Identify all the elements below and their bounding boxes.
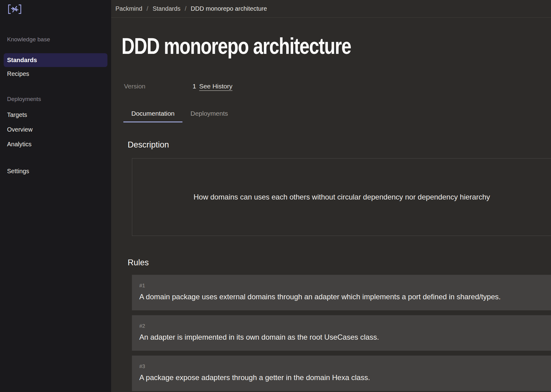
tab-bar: Documentation Deployments	[123, 105, 551, 122]
tab-label: Documentation	[131, 110, 174, 117]
breadcrumb-separator: /	[185, 5, 187, 12]
rule-number: #1	[139, 283, 544, 289]
tab-documentation[interactable]: Documentation	[123, 105, 182, 122]
sidebar-item-recipes[interactable]: Recipes	[4, 67, 107, 81]
tab-deployments[interactable]: Deployments	[182, 105, 236, 122]
breadcrumb-separator: /	[147, 5, 148, 12]
version-row: Version 1 See History	[124, 83, 551, 90]
sidebar-item-label: Recipes	[7, 70, 29, 77]
left-arrow	[15, 9, 18, 11]
breadcrumb-item-packmind[interactable]: Packmind	[115, 5, 142, 12]
sidebar-item-label: Standards	[7, 57, 37, 64]
tab-label: Deployments	[190, 110, 228, 117]
description-text: How domains can uses each others without…	[193, 193, 490, 201]
rule-text: An adapter is implemented in its own dom…	[139, 333, 544, 342]
sidebar-item-targets[interactable]: Targets	[4, 107, 107, 122]
breadcrumb-item-standards[interactable]: Standards	[152, 5, 180, 12]
sidebar: Knowledge base Standards Recipes Deploym…	[0, 0, 111, 392]
sidebar-item-label: Overview	[7, 126, 32, 133]
topbar: Packmind / Standards / DDD monorepo arch…	[111, 0, 551, 18]
rule-card[interactable]: #3 A package expose adapters through a g…	[132, 356, 551, 391]
rule-number: #3	[139, 364, 544, 370]
packmind-brackets-arrows-icon	[7, 10, 23, 15]
sidebar-item-label: Targets	[7, 111, 27, 118]
main-panel: Packmind / Standards / DDD monorepo arch…	[111, 0, 551, 392]
breadcrumb: Packmind / Standards / DDD monorepo arch…	[115, 5, 267, 12]
sidebar-nav: Knowledge base Standards Recipes Deploym…	[4, 36, 107, 178]
sidebar-section-knowledge-base: Knowledge base	[4, 36, 107, 43]
sidebar-item-label: Settings	[7, 168, 29, 175]
rule-card[interactable]: #2 An adapter is implemented in its own …	[132, 315, 551, 351]
right-bracket	[19, 5, 21, 13]
sidebar-item-standards[interactable]: Standards	[4, 53, 107, 67]
version-label: Version	[124, 83, 193, 90]
rule-card[interactable]: #1 A domain package uses external domain…	[132, 275, 551, 310]
rules-heading: Rules	[128, 258, 551, 267]
version-value: 1	[193, 83, 196, 90]
content-area: DDD monorepo architecture Version 1 See …	[111, 18, 551, 392]
rule-number: #2	[139, 323, 544, 329]
see-history-link[interactable]: See History	[199, 83, 233, 90]
left-bracket	[9, 5, 11, 13]
rule-text: A domain package uses external domains t…	[139, 293, 544, 301]
sidebar-item-analytics[interactable]: Analytics	[4, 137, 107, 151]
description-heading: Description	[128, 140, 551, 150]
rule-text: A package expose adapters through a gett…	[139, 373, 544, 382]
sidebar-section-deployments: Deployments	[4, 96, 107, 103]
right-arrow	[11, 7, 14, 10]
description-box[interactable]: How domains can uses each others without…	[132, 158, 551, 236]
sidebar-item-label: Analytics	[7, 141, 32, 148]
page-title: DDD monorepo architecture	[122, 33, 465, 59]
breadcrumb-item-current: DDD monorepo architecture	[191, 5, 267, 12]
app-logo[interactable]	[7, 4, 23, 14]
sidebar-item-overview[interactable]: Overview	[4, 122, 107, 137]
rules-list: #1 A domain package uses external domain…	[132, 275, 551, 391]
sidebar-item-settings[interactable]: Settings	[4, 164, 107, 178]
